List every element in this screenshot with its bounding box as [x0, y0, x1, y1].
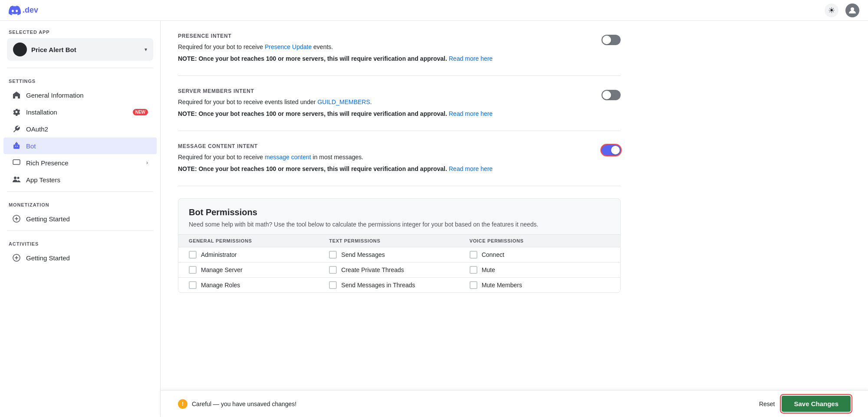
perm-label-send-messages-threads: Send Messages in Threads [341, 282, 415, 289]
permissions-title: Bot Permissions [189, 207, 610, 217]
checkbox-send-messages-threads[interactable] [329, 281, 337, 289]
message-content-intent-title: MESSAGE CONTENT INTENT [178, 143, 593, 149]
wrench-icon [12, 125, 21, 133]
checkbox-administrator[interactable] [189, 251, 197, 259]
user-avatar-icon[interactable] [845, 3, 859, 17]
server-members-read-more-link[interactable]: Read more here [449, 110, 493, 117]
perm-voice-mute: Mute [470, 266, 610, 274]
activities-section-label: ACTIVITIES [0, 234, 160, 249]
voice-permissions-label: VOICE PERMISSIONS [470, 238, 610, 243]
checkbox-manage-roles[interactable] [189, 281, 197, 289]
message-content-desc-prefix: Required for your bot to receive [178, 154, 265, 161]
theme-toggle-icon[interactable]: ☀ [825, 3, 838, 17]
perm-text-send-messages: Send Messages [329, 251, 469, 259]
message-content-intent-text: MESSAGE CONTENT INTENT Required for your… [178, 143, 593, 174]
message-content-intent-desc: Required for your bot to receive message… [178, 153, 593, 162]
svg-point-7 [14, 177, 16, 179]
checkbox-mute-members[interactable] [470, 281, 477, 289]
presence-toggle[interactable] [602, 35, 621, 45]
message-content-toggle-wrapper [602, 143, 621, 155]
sidebar-item-activities-getting-started[interactable]: Getting Started [3, 250, 157, 266]
home-icon [12, 91, 21, 99]
presence-update-link[interactable]: Presence Update [265, 43, 312, 50]
message-content-toggle[interactable] [602, 145, 621, 155]
sidebar-item-monetization-getting-started[interactable]: Getting Started [3, 210, 157, 227]
sidebar-item-installation[interactable]: Installation NEW [3, 104, 157, 120]
perm-label-manage-roles: Manage Roles [201, 282, 240, 289]
presence-intent-desc: Required for your bot to receive Presenc… [178, 43, 593, 52]
presence-read-more-link[interactable]: Read more here [449, 55, 493, 62]
checkbox-create-private-threads[interactable] [329, 266, 337, 274]
perm-label-connect: Connect [482, 251, 504, 258]
sidebar-item-label-act-getting-started: Getting Started [26, 254, 148, 262]
unsaved-notice: ! Careful — you have unsaved changes! [178, 399, 296, 409]
perm-text-send-messages-threads: Send Messages in Threads [329, 281, 469, 289]
bot-icon [12, 141, 21, 150]
perm-general-manage-server: Manage Server [189, 266, 329, 274]
sidebar-item-label-mon-getting-started: Getting Started [26, 215, 148, 223]
checkbox-send-messages[interactable] [329, 251, 337, 259]
presence-intent-note: NOTE: Once your bot reaches 100 or more … [178, 54, 593, 63]
message-content-note-bold: NOTE: Once your bot reaches 100 or more … [178, 165, 449, 172]
permissions-cols-header: GENERAL PERMISSIONS TEXT PERMISSIONS VOI… [178, 234, 620, 247]
user-icon [848, 7, 856, 14]
message-content-toggle-thumb [611, 146, 620, 154]
sidebar-divider-1 [7, 68, 153, 68]
app-name: Price Alert Bot [31, 46, 140, 53]
server-members-intent-row: SERVER MEMBERS INTENT Required for your … [178, 88, 621, 118]
sidebar: SELECTED APP Price Alert Bot ▾ SETTINGS … [0, 21, 161, 417]
server-members-intent-text: SERVER MEMBERS INTENT Required for your … [178, 88, 593, 118]
svg-rect-2 [15, 146, 16, 147]
save-changes-button[interactable]: Save Changes [782, 396, 851, 412]
plus-circle-icon-mon [12, 214, 21, 223]
perm-general-manage-roles: Manage Roles [189, 281, 329, 289]
message-content-read-more-link[interactable]: Read more here [449, 165, 493, 172]
sidebar-item-general-information[interactable]: General Information [3, 87, 157, 103]
checkbox-connect[interactable] [470, 251, 477, 259]
server-members-desc-suffix: . [370, 99, 372, 105]
sidebar-item-oauth2[interactable]: OAuth2 [3, 121, 157, 137]
svg-point-8 [17, 177, 20, 179]
gear-icon [12, 108, 21, 116]
presence-desc-prefix: Required for your bot to receive [178, 43, 265, 50]
sidebar-item-app-testers[interactable]: App Testers [3, 171, 157, 188]
permissions-row-3: Manage Roles Send Messages in Threads Mu… [178, 277, 620, 292]
topbar: .dev ☀ [0, 0, 868, 21]
reset-button[interactable]: Reset [759, 401, 775, 407]
sidebar-item-label-installation: Installation [26, 108, 128, 116]
app-selector[interactable]: Price Alert Bot ▾ [7, 38, 153, 61]
presence-note-bold: NOTE: Once your bot reaches 100 or more … [178, 55, 449, 62]
server-members-toggle[interactable] [602, 90, 621, 100]
general-permissions-label: GENERAL PERMISSIONS [189, 238, 329, 243]
sidebar-item-label-general: General Information [26, 92, 148, 99]
svg-rect-6 [13, 160, 20, 164]
layout: SELECTED APP Price Alert Bot ▾ SETTINGS … [0, 21, 868, 417]
checkbox-mute[interactable] [470, 266, 477, 274]
sidebar-divider-2 [7, 191, 153, 192]
server-members-toggle-wrapper [602, 88, 621, 100]
app-avatar [13, 43, 27, 56]
message-content-intent-row: MESSAGE CONTENT INTENT Required for your… [178, 143, 621, 174]
server-members-intent-desc: Required for your bot to receive events … [178, 98, 593, 107]
chevron-right-icon: › [146, 160, 148, 166]
bottom-bar-actions: Reset Save Changes [759, 396, 851, 412]
monitor-icon [12, 158, 21, 167]
permissions-header: Bot Permissions Need some help with bit … [178, 199, 620, 234]
presence-desc-suffix: events. [312, 43, 333, 50]
guild-members-link[interactable]: GUILD_MEMBERS [317, 99, 370, 105]
content-area: PRESENCE INTENT Required for your bot to… [161, 21, 638, 336]
sidebar-item-bot[interactable]: Bot [3, 138, 157, 154]
perm-label-create-private-threads: Create Private Threads [341, 266, 404, 273]
checkbox-manage-server[interactable] [189, 266, 197, 274]
perm-voice-connect: Connect [470, 251, 610, 259]
server-members-toggle-thumb [602, 91, 611, 99]
svg-point-0 [851, 7, 854, 11]
server-members-intent-section: SERVER MEMBERS INTENT Required for your … [178, 76, 621, 131]
topbar-right: ☀ [825, 3, 859, 17]
perm-voice-mute-members: Mute Members [470, 281, 610, 289]
unsaved-message: Careful — you have unsaved changes! [192, 401, 296, 407]
message-content-desc-suffix: in most messages. [311, 154, 364, 161]
message-content-link[interactable]: message content [265, 154, 311, 161]
sidebar-item-rich-presence[interactable]: Rich Presence › [3, 154, 157, 171]
perm-label-mute: Mute [482, 266, 495, 273]
